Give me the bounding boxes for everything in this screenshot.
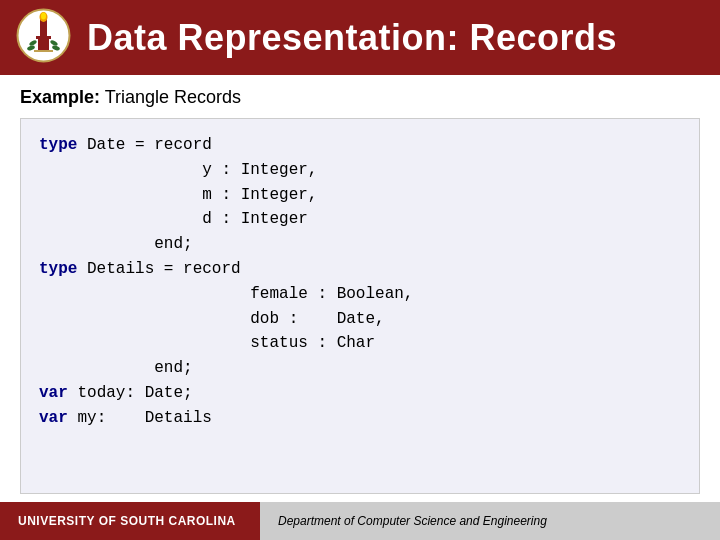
keyword-type-2: type (39, 260, 77, 278)
svg-rect-2 (36, 36, 51, 39)
footer-left: UNIVERSITY OF SOUTH CAROLINA (0, 502, 260, 540)
code-text-3: m : Integer, (39, 186, 317, 204)
main-content: Example: Triangle Records type Date = re… (0, 75, 720, 502)
header: Data Representation: Records (0, 0, 720, 75)
example-label: Example: Triangle Records (20, 87, 700, 108)
code-line-12: var my: Details (39, 406, 681, 431)
code-text-11: today: Date; (77, 384, 192, 402)
code-text-5: end; (39, 235, 193, 253)
page: Data Representation: Records Example: Tr… (0, 0, 720, 540)
logo-area (16, 8, 71, 67)
usc-logo (16, 8, 71, 63)
code-line-8: dob : Date, (39, 307, 681, 332)
code-text-6: Details = record (87, 260, 241, 278)
code-line-2: y : Integer, (39, 158, 681, 183)
footer-right: Department of Computer Science and Engin… (260, 502, 720, 540)
keyword-type-1: type (39, 136, 77, 154)
svg-rect-3 (38, 39, 49, 51)
example-rest-text: Triangle Records (100, 87, 241, 107)
code-text-8: dob : Date, (39, 310, 385, 328)
code-text-4: d : Integer (39, 210, 308, 228)
code-line-10: end; (39, 356, 681, 381)
svg-point-5 (41, 13, 46, 20)
code-text-7: female : Boolean, (39, 285, 413, 303)
code-line-9: status : Char (39, 331, 681, 356)
code-line-1: type Date = record (39, 133, 681, 158)
svg-rect-6 (34, 50, 53, 52)
code-text-9: status : Char (39, 334, 375, 352)
code-line-3: m : Integer, (39, 183, 681, 208)
code-text-10: end; (39, 359, 193, 377)
code-text-1: Date = record (87, 136, 212, 154)
code-text-2: y : Integer, (39, 161, 317, 179)
code-line-6: type Details = record (39, 257, 681, 282)
code-line-11: var today: Date; (39, 381, 681, 406)
footer: UNIVERSITY OF SOUTH CAROLINA Department … (0, 502, 720, 540)
example-bold-text: Example: (20, 87, 100, 107)
code-line-5: end; (39, 232, 681, 257)
header-title: Data Representation: Records (87, 17, 617, 59)
code-line-4: d : Integer (39, 207, 681, 232)
code-box: type Date = record y : Integer, m : Inte… (20, 118, 700, 494)
keyword-var-1: var (39, 384, 68, 402)
code-line-7: female : Boolean, (39, 282, 681, 307)
keyword-var-2: var (39, 409, 68, 427)
code-text-12: my: Details (77, 409, 211, 427)
